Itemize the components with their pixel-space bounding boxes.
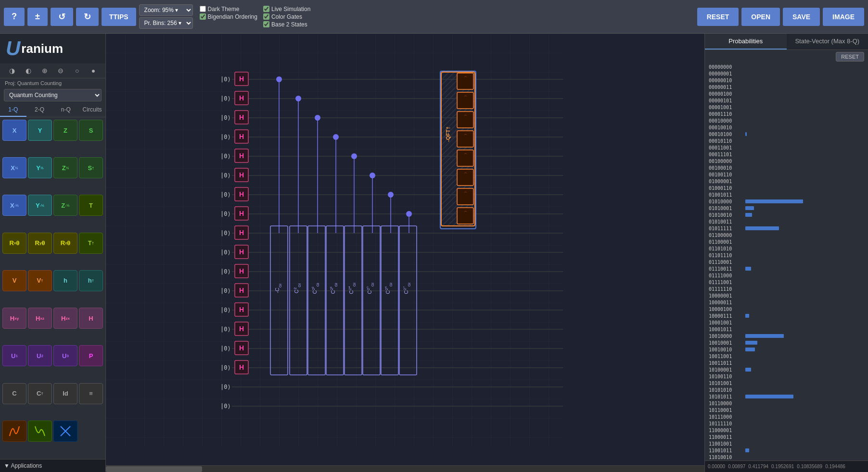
prob-label-8: 00010000 <box>709 118 743 124</box>
tab-2q[interactable]: 2-Q <box>26 103 53 117</box>
h-gate-15[interactable]: H <box>235 360 248 374</box>
h-gate-7[interactable]: H <box>235 207 248 220</box>
gate-ry[interactable]: Ryθ <box>28 233 52 254</box>
gate-h[interactable]: h <box>53 270 77 291</box>
gate-x-neghalf[interactable]: X-½ <box>2 195 26 216</box>
probability-list[interactable]: 0000000000000001000000100000001100000100… <box>705 63 868 460</box>
open-button[interactable]: OPEN <box>741 8 780 26</box>
half-moon-left-icon[interactable]: ◑ <box>8 66 16 75</box>
gate-c-dag[interactable]: C† <box>28 383 52 404</box>
gate-z[interactable]: Z <box>53 120 77 141</box>
tab-state-vector[interactable]: State-Vector (Max 8-Q) <box>787 34 868 50</box>
svg-rect-5 <box>106 34 563 447</box>
gate-hxz[interactable]: Hxz <box>28 308 52 329</box>
h-gate-12[interactable]: H <box>235 303 248 316</box>
gate-rz[interactable]: Rzθ <box>53 233 77 254</box>
prob-row-31: 01111000 <box>709 272 864 279</box>
prob-reset-button[interactable]: RESET <box>836 52 864 62</box>
tab-1q[interactable]: 1-Q <box>0 103 26 117</box>
gate-v-dag[interactable]: V† <box>28 270 52 291</box>
h-gate-1[interactable]: H <box>235 91 248 105</box>
h-gate-4[interactable]: H <box>235 149 248 162</box>
filled-circle-icon[interactable]: ● <box>89 66 98 75</box>
h-gate-14[interactable]: H <box>235 341 248 355</box>
redo-button[interactable]: ↻ <box>76 8 99 26</box>
tab-probabilities[interactable]: Probabilities <box>705 34 787 50</box>
gate-h-pink[interactable]: H <box>79 308 103 329</box>
live-sim-option[interactable]: Live Simulation <box>263 6 321 12</box>
gate-s[interactable]: S <box>79 120 103 141</box>
gate-hxy[interactable]: Hxy <box>2 308 26 329</box>
gate-u3[interactable]: U3 <box>53 345 77 366</box>
dark-theme-checkbox[interactable] <box>200 6 206 12</box>
gate-t-dag[interactable]: T† <box>79 233 103 254</box>
gate-y-neghalf[interactable]: Y-½ <box>28 195 52 216</box>
h-gate-10[interactable]: H <box>235 264 248 278</box>
gate-x[interactable]: X <box>2 120 26 141</box>
h-gate-0[interactable]: H <box>235 72 248 86</box>
prob-bar-wrap-44 <box>745 361 864 365</box>
gate-h-dag[interactable]: h† <box>79 270 103 291</box>
base2states-checkbox[interactable] <box>263 21 269 27</box>
circuit-canvas[interactable]: |0⟩ |0⟩ |0⟩ |0⟩ |0⟩ |0⟩ |0⟩ |0⟩ |0⟩ |0⟩ … <box>106 34 704 465</box>
h-gate-13[interactable]: H <box>235 322 248 335</box>
circuit-scrollbar[interactable] <box>106 465 704 472</box>
gate-xhat[interactable] <box>2 421 26 442</box>
gate-u1[interactable]: U1 <box>2 345 26 366</box>
project-select[interactable]: Quantum Counting <box>4 89 102 101</box>
gate-z-neghalf[interactable]: Z-½ <box>53 195 77 216</box>
h-gate-8[interactable]: H <box>235 226 248 239</box>
gate-x-half[interactable]: X½ <box>2 157 26 178</box>
circle-icon[interactable]: ○ <box>73 66 81 75</box>
reset-button[interactable]: RESET <box>697 8 739 26</box>
h-gate-2[interactable]: H <box>235 111 248 124</box>
dark-theme-option[interactable]: Dark Theme <box>200 6 257 12</box>
save-button[interactable]: SAVE <box>783 8 820 26</box>
gate-u2[interactable]: U2 <box>28 345 52 366</box>
h-gate-9[interactable]: H <box>235 245 248 259</box>
plusminus-button[interactable]: ± <box>27 8 48 26</box>
gate-y[interactable]: Y <box>28 120 52 141</box>
zoom-select[interactable]: Zoom: 95% ▾ <box>139 4 193 16</box>
prob-label-36: 10000100 <box>709 307 743 312</box>
ttips-button[interactable]: TTIPS <box>102 8 136 26</box>
gate-v[interactable]: V <box>2 270 26 291</box>
h-gate-5[interactable]: H <box>235 168 248 182</box>
circle-minus-icon[interactable]: ⊖ <box>56 66 65 75</box>
svg-text:⌒: ⌒ <box>464 192 467 195</box>
help-button[interactable]: ? <box>4 8 25 26</box>
tab-nq[interactable]: n-Q <box>53 103 79 117</box>
bigendian-option[interactable]: Bigendian Ordering <box>200 13 257 20</box>
gate-p[interactable]: P <box>79 345 103 366</box>
svg-rect-80 <box>457 131 473 147</box>
gate-rx[interactable]: Rxθ <box>2 233 26 254</box>
base2states-option[interactable]: Base 2 States <box>263 21 321 28</box>
gate-equiv[interactable]: ≡ <box>79 383 103 404</box>
applications-button[interactable]: ▼ Applications <box>0 459 105 472</box>
h-gate-11[interactable]: H <box>235 284 248 297</box>
tab-circuits[interactable]: Circuits <box>79 103 105 117</box>
gate-yhat[interactable] <box>28 421 52 442</box>
gate-hzx[interactable]: Hzx <box>53 308 77 329</box>
live-sim-checkbox[interactable] <box>263 6 269 12</box>
prob-label-54: 11000001 <box>709 428 743 433</box>
prbins-select[interactable]: Pr. Bins: 256 ▾ <box>139 17 193 29</box>
undo-button[interactable]: ↺ <box>51 8 73 26</box>
circle-plus-icon[interactable]: ⊕ <box>40 66 49 75</box>
gate-t[interactable]: T <box>79 195 103 216</box>
gate-s-dag[interactable]: S† <box>79 157 103 178</box>
half-moon-right-icon[interactable]: ◐ <box>24 66 33 75</box>
gate-z-half[interactable]: Z½ <box>53 157 77 178</box>
h-gate-6[interactable]: H <box>235 187 248 201</box>
color-gates-checkbox[interactable] <box>263 13 269 20</box>
image-button[interactable]: IMAGE <box>823 8 864 26</box>
bigendian-checkbox[interactable] <box>200 13 206 20</box>
svg-text:H: H <box>239 248 244 256</box>
gate-id[interactable]: Id <box>53 383 77 404</box>
color-gates-option[interactable]: Color Gates <box>263 13 321 20</box>
gate-y-half[interactable]: Y½ <box>28 157 52 178</box>
prob-bar-wrap-51 <box>745 408 864 412</box>
gate-c[interactable]: C <box>2 383 26 404</box>
h-gate-3[interactable]: H <box>235 130 248 143</box>
gate-zhat[interactable] <box>53 421 77 442</box>
